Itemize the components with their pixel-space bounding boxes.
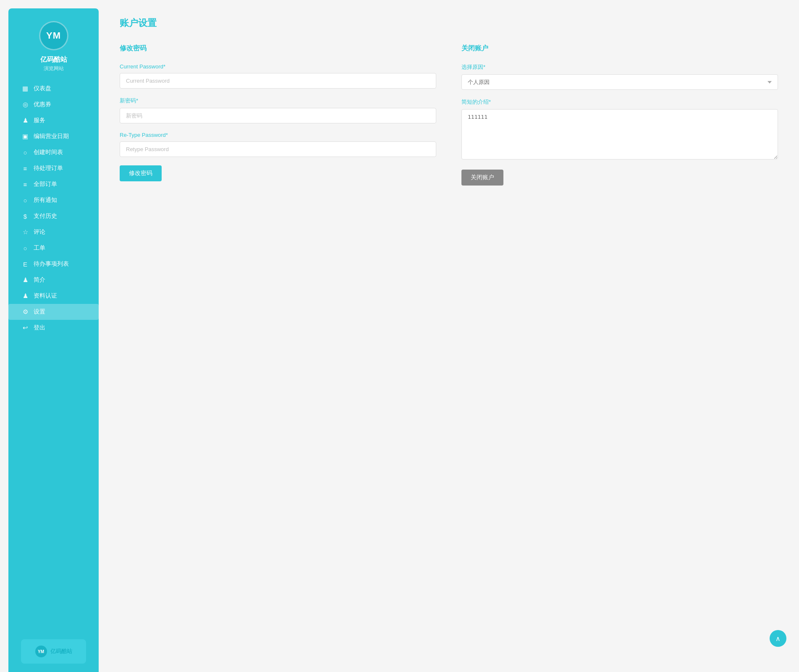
sidebar-item-label-settings: 设置 xyxy=(34,308,45,316)
new-password-input[interactable] xyxy=(120,108,436,123)
sidebar-item-schedule[interactable]: ○ 创建时间表 xyxy=(8,144,99,160)
services-icon: ♟ xyxy=(21,117,29,124)
reviews-icon: ☆ xyxy=(21,228,29,236)
current-password-group: Current Password* xyxy=(120,63,436,89)
chevron-up-icon: ∧ xyxy=(775,635,781,643)
sidebar-nav: ▦ 仪表盘 ◎ 优惠券 ♟ 服务 ▣ 编辑营业日期 ○ 创建时间表 ≡ 待处理订… xyxy=(8,81,99,639)
sidebar-item-label-business-date: 编辑营业日期 xyxy=(34,133,69,140)
dashboard-icon: ▦ xyxy=(21,85,29,92)
sidebar-item-tickets[interactable]: ○ 工单 xyxy=(8,240,99,256)
current-password-label: Current Password* xyxy=(120,63,436,70)
footer-logo-text: YM xyxy=(38,649,44,654)
sidebar-item-label-pending-orders: 待处理订单 xyxy=(34,165,63,172)
sidebar-item-profile[interactable]: ♟ 简介 xyxy=(8,272,99,288)
coupons-icon: ◎ xyxy=(21,101,29,108)
sidebar-logo: YM xyxy=(39,21,68,50)
reason-group: 选择原因* 个人原因 其他原因 xyxy=(461,63,778,90)
sidebar-item-notifications[interactable]: ○ 所有通知 xyxy=(8,192,99,208)
main-content: 账户设置 修改密码 Current Password* 新密码* Re-Type… xyxy=(99,0,799,672)
sidebar-item-settings[interactable]: ⚙ 设置 xyxy=(8,304,99,320)
close-account-button[interactable]: 关闭账户 xyxy=(461,170,503,186)
sidebar-item-label-dashboard: 仪表盘 xyxy=(34,85,51,92)
page-title: 账户设置 xyxy=(120,17,778,29)
reason-select[interactable]: 个人原因 其他原因 xyxy=(461,74,778,90)
sidebar-item-label-coupons: 优惠券 xyxy=(34,101,51,108)
description-group: 简短的介绍* 111111 xyxy=(461,98,778,161)
todo-icon: E xyxy=(21,261,29,268)
description-textarea[interactable]: 111111 xyxy=(461,109,778,160)
sidebar-item-label-reviews: 评论 xyxy=(34,228,45,236)
sidebar-item-reviews[interactable]: ☆ 评论 xyxy=(8,224,99,240)
notifications-icon: ○ xyxy=(21,197,29,204)
business-date-icon: ▣ xyxy=(21,133,29,140)
footer-brand-name: 亿码酷站 xyxy=(50,648,72,655)
footer-logo: YM xyxy=(35,646,47,657)
logout-icon: ↩ xyxy=(21,324,29,332)
sidebar-item-pending-orders[interactable]: ≡ 待处理订单 xyxy=(8,160,99,176)
sidebar-item-label-todo: 待办事项列表 xyxy=(34,260,69,268)
sidebar-item-logout[interactable]: ↩ 登出 xyxy=(8,320,99,336)
site-subtitle: 演览网站 xyxy=(44,65,64,72)
retype-password-label: Re-Type Password* xyxy=(120,132,436,138)
certification-icon: ♟ xyxy=(21,292,29,300)
sidebar-item-services[interactable]: ♟ 服务 xyxy=(8,112,99,128)
close-account-title: 关闭账户 xyxy=(461,44,778,53)
sidebar-item-coupons[interactable]: ◎ 优惠券 xyxy=(8,97,99,112)
profile-icon: ♟ xyxy=(21,276,29,284)
sidebar-item-dashboard[interactable]: ▦ 仪表盘 xyxy=(8,81,99,97)
sidebar-item-label-services: 服务 xyxy=(34,117,45,124)
sidebar-item-label-logout: 登出 xyxy=(34,324,45,332)
retype-password-group: Re-Type Password* xyxy=(120,132,436,157)
sidebar-item-label-notifications: 所有通知 xyxy=(34,196,57,204)
description-label: 简短的介绍* xyxy=(461,98,778,106)
sidebar-item-label-certification: 资料认证 xyxy=(34,292,57,300)
sidebar-item-label-all-orders: 全部订单 xyxy=(34,180,57,188)
site-name: 亿码酷站 xyxy=(40,55,67,64)
new-password-group: 新密码* xyxy=(120,97,436,123)
reason-label: 选择原因* xyxy=(461,63,778,71)
sidebar-item-label-schedule: 创建时间表 xyxy=(34,149,63,156)
change-password-title: 修改密码 xyxy=(120,44,436,53)
all-orders-icon: ≡ xyxy=(21,181,29,188)
sidebar: YM 亿码酷站 演览网站 ▦ 仪表盘 ◎ 优惠券 ♟ 服务 ▣ 编辑营业日期 ○… xyxy=(8,8,99,672)
sidebar-item-label-payment-history: 支付历史 xyxy=(34,212,57,220)
schedule-icon: ○ xyxy=(21,149,29,156)
logo-text: YM xyxy=(46,30,61,41)
sidebar-item-payment-history[interactable]: $ 支付历史 xyxy=(8,208,99,224)
close-account-section: 关闭账户 选择原因* 个人原因 其他原因 简短的介绍* 111111 关闭账户 xyxy=(461,44,778,186)
current-password-input[interactable] xyxy=(120,73,436,89)
payment-history-icon: $ xyxy=(21,213,29,220)
sidebar-item-label-tickets: 工单 xyxy=(34,244,45,252)
tickets-icon: ○ xyxy=(21,245,29,252)
retype-password-input[interactable] xyxy=(120,141,436,157)
settings-icon: ⚙ xyxy=(21,308,29,316)
new-password-label: 新密码* xyxy=(120,97,436,105)
sidebar-item-todo[interactable]: E 待办事项列表 xyxy=(8,256,99,272)
settings-grid: 修改密码 Current Password* 新密码* Re-Type Pass… xyxy=(120,44,778,186)
sidebar-item-certification[interactable]: ♟ 资料认证 xyxy=(8,288,99,304)
change-password-button[interactable]: 修改密码 xyxy=(120,165,162,181)
sidebar-item-label-profile: 简介 xyxy=(34,276,45,284)
sidebar-item-business-date[interactable]: ▣ 编辑营业日期 xyxy=(8,128,99,144)
pending-orders-icon: ≡ xyxy=(21,165,29,172)
sidebar-footer: YM 亿码酷站 xyxy=(21,639,86,664)
sidebar-item-all-orders[interactable]: ≡ 全部订单 xyxy=(8,176,99,192)
back-to-top-button[interactable]: ∧ xyxy=(770,630,786,647)
change-password-section: 修改密码 Current Password* 新密码* Re-Type Pass… xyxy=(120,44,436,186)
